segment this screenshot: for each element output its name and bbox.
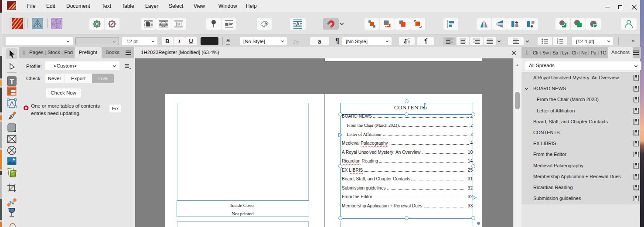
svg-text:A: A: [10, 100, 14, 107]
svg-text:3: 3: [557, 42, 558, 44]
svg-text:a: a: [293, 41, 295, 45]
